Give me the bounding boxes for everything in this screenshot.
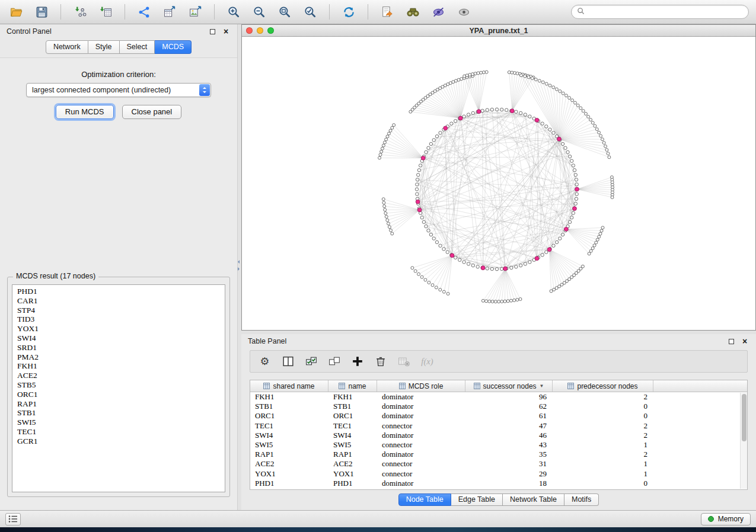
tab-select[interactable]: Select (120, 40, 155, 54)
table-tab-motifs[interactable]: Motifs (564, 493, 599, 506)
application-window: Control Panel × NetworkStyleSelectMCDS O… (0, 0, 756, 532)
memory-status-icon (708, 516, 714, 522)
table-panel-close-icon[interactable]: × (740, 336, 749, 346)
result-item[interactable]: YOX1 (17, 324, 220, 334)
save-session-icon[interactable] (31, 2, 52, 21)
column-header-name[interactable]: name (328, 380, 377, 392)
table-row[interactable]: YOX1YOX1connector291 (250, 469, 747, 479)
table-tab-edge-table[interactable]: Edge Table (451, 493, 503, 506)
search-box[interactable] (571, 5, 749, 19)
table-scrollbar-thumb[interactable] (742, 394, 747, 441)
show-all-icon[interactable] (454, 2, 474, 21)
column-header-shared-name[interactable]: shared name (250, 380, 328, 392)
table-panel-float-icon[interactable] (726, 336, 736, 346)
zoom-fit-icon[interactable] (275, 2, 295, 21)
result-item[interactable]: RAP1 (17, 399, 220, 409)
result-item[interactable]: PHD1 (17, 287, 220, 296)
result-item[interactable]: GCR1 (17, 437, 220, 446)
result-item[interactable]: TEC1 (17, 427, 220, 437)
import-table-disabled-icon[interactable] (396, 354, 412, 369)
share-document-icon[interactable] (377, 2, 397, 21)
refresh-layout-icon[interactable] (339, 2, 359, 21)
search-network-icon[interactable] (403, 2, 423, 21)
result-item[interactable]: TID3 (17, 315, 220, 324)
zoom-in-icon[interactable] (224, 2, 244, 21)
network-canvas[interactable] (242, 37, 755, 330)
search-input[interactable] (588, 8, 743, 16)
table-row[interactable]: ACE2ACE2connector311 (250, 459, 747, 469)
import-network-icon[interactable] (70, 2, 90, 21)
table-tab-node-table[interactable]: Node Table (398, 493, 451, 506)
table-scrollbar[interactable] (740, 393, 747, 489)
table-row[interactable]: RAP1RAP1dominator352 (250, 450, 747, 459)
cell-successor_nodes: 96 (465, 392, 553, 402)
mcds-buttons-row: Run MCDS Close panel (56, 105, 181, 119)
collapse-right-icon[interactable] (238, 267, 240, 271)
tab-network[interactable]: Network (46, 40, 88, 54)
window-maximize-icon[interactable] (267, 27, 274, 34)
column-header-mcds-role[interactable]: MCDS role (377, 380, 465, 392)
control-panel-close-icon[interactable]: × (221, 27, 231, 36)
cell-predecessor_nodes: 2 (553, 421, 653, 431)
column-header-successor-nodes[interactable]: successor nodes▼ (465, 380, 553, 392)
table-row[interactable]: ORC1ORC1dominator610 (250, 411, 747, 421)
cell-predecessor_nodes: 2 (553, 431, 653, 440)
control-panel-float-icon[interactable] (208, 27, 217, 36)
column-header-predecessor-nodes[interactable]: predecessor nodes (553, 380, 653, 392)
result-item[interactable]: SRD1 (17, 343, 220, 352)
result-item[interactable]: FKH1 (17, 361, 220, 371)
tab-style[interactable]: Style (88, 40, 120, 54)
column-visibility-icon[interactable] (280, 354, 296, 369)
table-row[interactable]: FKH1FKH1dominator962 (250, 392, 747, 402)
export-image-icon[interactable] (185, 2, 205, 21)
table-row[interactable]: PHD1PHD1dominator180 (250, 479, 747, 488)
cell-successor_nodes: 62 (465, 402, 553, 411)
panel-splitter[interactable] (237, 24, 241, 510)
result-item[interactable]: STB5 (17, 380, 220, 390)
cell-mcds_role: dominator (377, 450, 465, 459)
cell-predecessor_nodes: 0 (553, 402, 653, 411)
result-item[interactable]: CAR1 (17, 296, 220, 306)
run-mcds-button[interactable]: Run MCDS (56, 105, 114, 119)
result-item[interactable]: ACE2 (17, 371, 220, 380)
delete-row-icon[interactable] (373, 354, 388, 369)
cell-name: ORC1 (328, 411, 377, 421)
result-item[interactable]: SWI5 (17, 418, 220, 427)
open-session-icon[interactable] (6, 2, 26, 21)
window-close-icon[interactable] (246, 27, 253, 34)
optimization-criterion-dropdown[interactable]: largest connected component (undirected) (26, 83, 211, 97)
result-item[interactable]: STB1 (17, 408, 220, 418)
tab-mcds[interactable]: MCDS (155, 40, 192, 54)
result-item[interactable]: PMA2 (17, 352, 220, 362)
import-table-icon[interactable] (95, 2, 116, 21)
window-minimize-icon[interactable] (257, 27, 263, 34)
zoom-out-icon[interactable] (249, 2, 269, 21)
table-settings-icon[interactable]: ⚙ (257, 354, 273, 369)
select-all-icon[interactable] (304, 354, 319, 369)
mcds-result-groupbox: MCDS result (17 nodes) PHD1CAR1STP4TID3Y… (7, 277, 230, 497)
zoom-selected-icon[interactable] (300, 2, 320, 21)
result-item[interactable]: ORC1 (17, 390, 220, 399)
table-row[interactable]: SWI5SWI5connector431 (250, 440, 747, 450)
export-table-icon[interactable] (160, 2, 180, 21)
export-network-icon[interactable] (134, 2, 154, 21)
result-item[interactable]: SWI4 (17, 334, 220, 343)
memory-button[interactable]: Memory (701, 513, 751, 525)
status-menu-button[interactable] (5, 513, 21, 525)
unselect-all-icon[interactable] (327, 354, 342, 369)
collapse-left-icon[interactable] (238, 260, 240, 264)
status-bar: Memory (0, 510, 756, 527)
table-row[interactable]: SWI4SWI4dominator462 (250, 431, 747, 440)
table-row[interactable]: TEC1TEC1connector472 (250, 421, 747, 431)
network-window-titlebar[interactable]: YPA_prune.txt_1 (242, 25, 755, 37)
close-panel-button[interactable]: Close panel (122, 105, 182, 119)
network-graph (242, 37, 755, 330)
function-builder-icon[interactable]: f(x) (419, 354, 435, 369)
table-tab-network-table[interactable]: Network Table (503, 493, 564, 506)
desktop-background (0, 527, 756, 532)
add-row-icon[interactable] (350, 354, 365, 369)
hide-selected-icon[interactable] (428, 2, 448, 21)
result-item[interactable]: STP4 (17, 306, 220, 315)
table-row[interactable]: STB1STB1dominator620 (250, 402, 747, 411)
cell-name: RAP1 (328, 450, 377, 459)
